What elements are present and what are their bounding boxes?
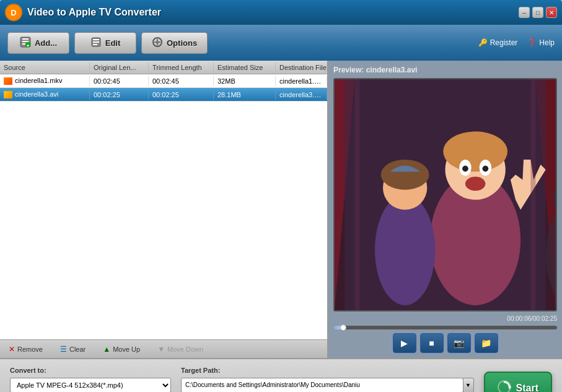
svg-point-28 <box>381 160 429 190</box>
svg-point-26 <box>375 195 435 305</box>
clear-button[interactable]: ☰ Clear <box>56 344 89 355</box>
main-area: Source Original Len... Trimmed Length Es… <box>0 61 562 358</box>
table-row[interactable]: cinderella3.avi 00:02:25 00:02:25 28.1MB… <box>0 88 327 102</box>
play-button[interactable]: ▶ <box>393 333 416 353</box>
register-link[interactable]: 🔑 Register <box>478 38 518 47</box>
toolbar-right: 🔑 Register ❓ Help <box>478 38 555 47</box>
add-button[interactable]: + Add... <box>7 32 69 54</box>
svg-rect-4 <box>22 41 29 42</box>
toolbar: + Add... Edit Options 🔑 <box>0 25 562 61</box>
move-down-icon: ▼ <box>157 345 165 354</box>
close-button[interactable]: ✕ <box>546 7 557 18</box>
remove-button[interactable]: ✕ Remove <box>5 344 46 355</box>
app-logo: D <box>5 4 22 21</box>
stop-button[interactable]: ■ <box>420 333 444 353</box>
file-icon <box>4 77 12 85</box>
svg-text:+: + <box>27 43 30 48</box>
title-bar: D Video to Apple TV Converter – □ ✕ <box>0 0 562 25</box>
add-icon: + <box>20 37 31 50</box>
help-link[interactable]: ❓ Help <box>527 38 555 47</box>
preview-panel: Preview: cinderella3.avi <box>328 61 562 358</box>
cell-size-1: 32MB <box>214 76 276 86</box>
options-icon <box>152 37 163 50</box>
clear-icon: ☰ <box>60 345 67 354</box>
preview-title: Preview: cinderella3.avi <box>333 66 557 74</box>
target-path-label: Target Path: <box>181 367 474 374</box>
start-button[interactable]: Start <box>484 372 552 393</box>
svg-point-23 <box>462 165 468 172</box>
app-title: Video to Apple TV Converter <box>27 7 161 18</box>
maximize-button[interactable]: □ <box>532 7 543 18</box>
cell-trimmed-2: 00:02:25 <box>149 90 214 100</box>
file-table-body: cinderella1.mkv 00:02:45 00:02:45 32MB c… <box>0 74 327 339</box>
move-up-button[interactable]: ▲ Move Up <box>99 344 144 355</box>
move-down-button[interactable]: ▼ Move Down <box>154 344 207 355</box>
svg-point-25 <box>465 176 485 191</box>
title-bar-left: D Video to Apple TV Converter <box>5 4 161 21</box>
svg-point-15 <box>156 40 159 43</box>
col-destination: Destination File <box>276 63 327 72</box>
svg-rect-31 <box>355 79 360 310</box>
move-up-icon: ▲ <box>103 345 110 354</box>
col-original-len: Original Len... <box>90 63 149 72</box>
cell-dest-2: cinderella3.mp4 <box>276 90 327 100</box>
file-icon <box>4 91 12 98</box>
preview-controls: ▶ ■ 📷 📁 <box>333 333 557 353</box>
minimize-button[interactable]: – <box>519 7 530 18</box>
target-path-dropdown[interactable]: ▼ <box>463 378 474 393</box>
svg-point-20 <box>443 131 507 172</box>
svg-rect-11 <box>93 44 97 45</box>
video-frame <box>335 79 556 310</box>
edit-button[interactable]: Edit <box>74 32 136 54</box>
remove-icon: ✕ <box>9 345 15 354</box>
cell-trimmed-1: 00:02:45 <box>149 76 214 86</box>
file-list-panel: Source Original Len... Trimmed Length Es… <box>0 61 328 358</box>
svg-rect-10 <box>93 41 99 43</box>
cell-source-2: cinderella3.avi <box>0 89 90 100</box>
svg-point-24 <box>483 165 489 172</box>
camera-icon: 📷 <box>454 338 464 348</box>
target-section: Target Path: ▼ Merge into one file Brows… <box>181 367 474 393</box>
convert-to-label: Convert to: <box>10 367 171 374</box>
svg-text:D: D <box>11 8 16 17</box>
window-controls: – □ ✕ <box>519 7 557 18</box>
list-toolbar: ✕ Remove ☰ Clear ▲ Move Up ▼ Move Down <box>0 339 327 358</box>
cell-orig-2: 00:02:25 <box>90 90 149 100</box>
play-icon: ▶ <box>401 338 408 348</box>
stop-icon: ■ <box>429 338 434 348</box>
table-header: Source Original Len... Trimmed Length Es… <box>0 61 327 74</box>
svg-rect-9 <box>93 39 99 40</box>
cell-dest-1: cinderella1.mp4 <box>276 76 327 86</box>
edit-label: Edit <box>105 38 121 48</box>
cell-size-2: 28.1MB <box>214 90 276 100</box>
cell-source-1: cinderella1.mkv <box>0 76 90 86</box>
add-label: Add... <box>35 38 57 48</box>
preview-time-display: 00:00:06/00:02:25 <box>333 315 557 322</box>
table-row[interactable]: cinderella1.mkv 00:02:45 00:02:45 32MB c… <box>0 74 327 88</box>
cell-orig-1: 00:02:45 <box>90 76 149 86</box>
help-icon: ❓ <box>527 38 537 47</box>
key-icon: 🔑 <box>478 38 488 47</box>
col-trimmed-len: Trimmed Length <box>149 63 214 72</box>
preview-progress-thumb[interactable] <box>340 324 346 331</box>
start-icon <box>498 380 511 393</box>
options-label: Options <box>167 38 197 48</box>
edit-icon <box>90 37 102 50</box>
bottom-bar: Convert to: Apple TV MPEG-4 512x384(*.mp… <box>0 358 562 392</box>
folder-icon: 📁 <box>481 338 491 348</box>
target-path-input[interactable] <box>181 378 463 393</box>
target-path-row: ▼ <box>181 378 474 393</box>
convert-to-select[interactable]: Apple TV MPEG-4 512x384(*.mp4) <box>10 378 171 393</box>
screenshot-button[interactable]: 📷 <box>447 333 471 353</box>
col-source: Source <box>0 63 90 72</box>
preview-progress-bar-container[interactable] <box>333 326 557 329</box>
svg-rect-3 <box>22 38 29 40</box>
options-button[interactable]: Options <box>141 32 208 54</box>
convert-section: Convert to: Apple TV MPEG-4 512x384(*.mp… <box>10 367 171 393</box>
folder-button[interactable]: 📁 <box>475 333 498 353</box>
start-label: Start <box>516 383 538 393</box>
col-estimated-size: Estimated Size <box>214 63 276 72</box>
svg-rect-32 <box>530 79 535 310</box>
preview-video <box>333 78 557 311</box>
